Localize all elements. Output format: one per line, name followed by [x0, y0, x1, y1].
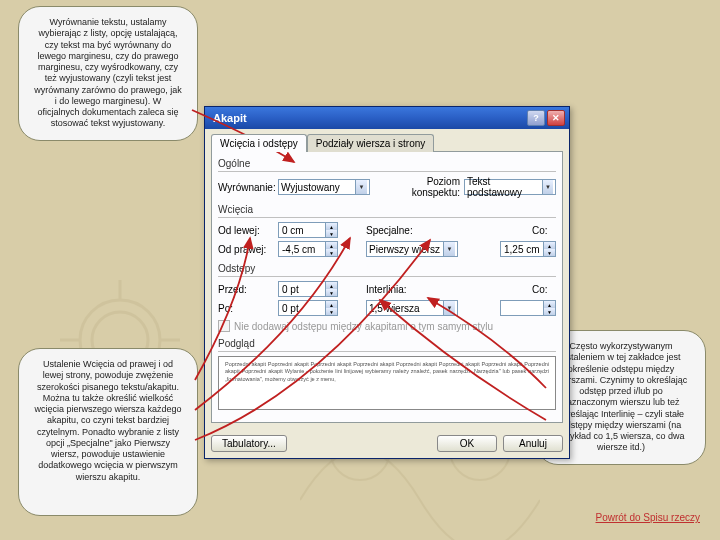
special-combo[interactable]: Pierwszy wiersz▼ — [366, 241, 458, 257]
label-right: Od prawej: — [218, 244, 274, 255]
group-spacing: Odstępy — [218, 263, 556, 274]
close-button[interactable]: ✕ — [547, 110, 565, 126]
cancel-button[interactable]: Anuluj — [503, 435, 563, 452]
outline-combo[interactable]: Tekst podstawowy▼ — [464, 179, 556, 195]
after-spin[interactable]: 0 pt▲▼ — [278, 300, 338, 316]
tab-breaks[interactable]: Podziały wiersza i strony — [307, 134, 434, 152]
alignment-combo[interactable]: Wyjustowany▼ — [278, 179, 370, 195]
label-by2: Co: — [532, 284, 556, 295]
tabs-button[interactable]: Tabulatory... — [211, 435, 287, 452]
label-left: Od lewej: — [218, 225, 274, 236]
indent-left-spin[interactable]: 0 cm▲▼ — [278, 222, 338, 238]
group-indent: Wcięcia — [218, 204, 556, 215]
tab-panel: Ogólne Wyrównanie: Wyjustowany▼ Poziom k… — [211, 151, 563, 423]
label-linespacing: Interlinia: — [366, 284, 416, 295]
ok-button[interactable]: OK — [437, 435, 497, 452]
indent-right-spin[interactable]: -4,5 cm▲▼ — [278, 241, 338, 257]
linespacing-combo[interactable]: 1,5 wiersza▼ — [366, 300, 458, 316]
label-outline: Poziom konspektu: — [386, 176, 460, 198]
label-before: Przed: — [218, 284, 274, 295]
callout-text: Wyrównanie tekstu, ustalamy wybierając z… — [34, 17, 182, 128]
no-space-checkbox[interactable]: Nie dodawaj odstępu między akapitami o t… — [218, 320, 556, 332]
label-align: Wyrównanie: — [218, 182, 274, 193]
label-special: Specjalne: — [366, 225, 416, 236]
callout-text: Często wykorzystywanym ustaleniem w tej … — [555, 341, 688, 452]
callout-alignment: Wyrównanie tekstu, ustalamy wybierając z… — [18, 6, 198, 141]
dialog-title: Akapit — [209, 112, 525, 124]
paragraph-dialog: Akapit ? ✕ Wcięcia i odstępy Podziały wi… — [204, 106, 570, 459]
label-by: Co: — [532, 225, 556, 236]
titlebar[interactable]: Akapit ? ✕ — [205, 107, 569, 129]
preview-box: Poprzedni akapit Poprzedni akapit Poprze… — [218, 356, 556, 410]
before-spin[interactable]: 0 pt▲▼ — [278, 281, 338, 297]
by2-spin[interactable]: ▲▼ — [500, 300, 556, 316]
help-button[interactable]: ? — [527, 110, 545, 126]
callout-indent: Ustalenie Wcięcia od prawej i od lewej s… — [18, 348, 198, 516]
group-general: Ogólne — [218, 158, 556, 169]
back-link[interactable]: Powrót do Spisu rzeczy — [596, 511, 701, 524]
label-after: Po: — [218, 303, 274, 314]
group-preview: Podgląd — [218, 338, 556, 349]
tab-indents[interactable]: Wcięcia i odstępy — [211, 134, 307, 152]
by-spin[interactable]: 1,25 cm▲▼ — [500, 241, 556, 257]
callout-text: Ustalenie Wcięcia od prawej i od lewej s… — [34, 359, 181, 482]
